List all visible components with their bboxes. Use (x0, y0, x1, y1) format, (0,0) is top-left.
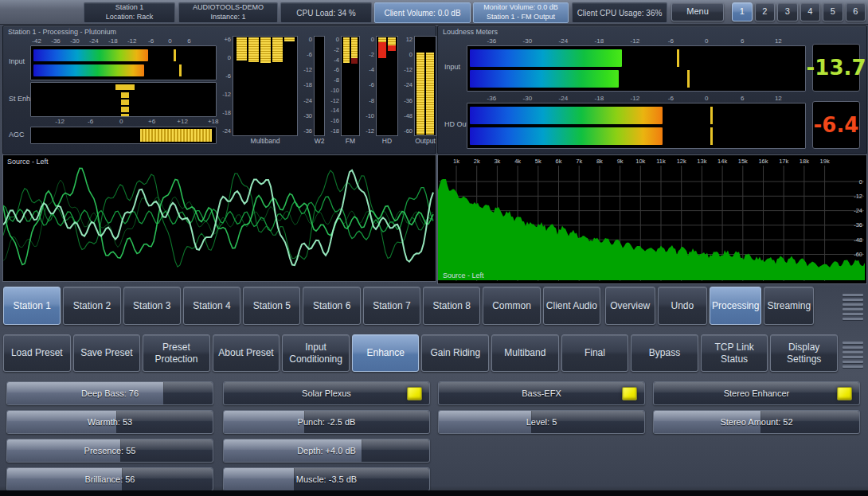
slider-depth[interactable]: Depth: +4.0 dB (223, 439, 430, 463)
tab-station-1[interactable]: Station 1 (3, 287, 61, 325)
fm-scale-tick: -2 (334, 46, 339, 53)
station-info-panel[interactable]: Station 1 Location: Rack (84, 2, 175, 23)
tab-save-preset[interactable]: Save Preset (73, 334, 141, 372)
hd-scale-tick: -6 (369, 81, 374, 88)
loudness-scale-tick: -6 (668, 37, 674, 45)
hd-meter-segment (388, 45, 396, 51)
oscilloscope-display (3, 155, 436, 282)
w2-scale-tick: -30 (303, 112, 312, 119)
toggle-solar-plexus[interactable]: Solar Plexus (223, 381, 430, 405)
tab-preset-protection[interactable]: Preset Protection (143, 334, 210, 372)
page-button-2[interactable]: 2 (755, 2, 776, 21)
bottom-strip (0, 490, 868, 496)
loudness-scale-tick: 6 (741, 37, 744, 45)
input-scale-tick: -12 (127, 37, 137, 45)
tab-gain-riding[interactable]: Gain Riding (421, 334, 489, 372)
input-peak-indicator (687, 70, 690, 88)
tab-station-4[interactable]: Station 4 (183, 287, 240, 325)
w2-meter-group: 0-6-12-18-24-30-36W2 (301, 36, 325, 147)
output-scale-tick: -60 (404, 127, 412, 135)
client-volume-button[interactable]: Client Volume: 0.0 dB (374, 2, 471, 23)
tab-display-settings[interactable]: Display Settings (770, 334, 838, 372)
multiband-bar (284, 37, 295, 41)
input-level-bar (33, 49, 148, 61)
tab-station-8[interactable]: Station 8 (423, 287, 480, 325)
svg-text:2k: 2k (474, 158, 480, 165)
page-button-6[interactable]: 6 (846, 2, 866, 21)
fm-scale-tick: -6 (334, 66, 339, 73)
tab-processing[interactable]: Processing (710, 287, 761, 325)
agc-meter (30, 127, 217, 144)
tab-multiband[interactable]: Multiband (491, 334, 559, 372)
tab-input-conditioning[interactable]: Input Conditioning (282, 334, 350, 372)
hd-scale-tick: -10 (366, 112, 374, 119)
page-button-3[interactable]: 3 (777, 2, 798, 21)
tab-bypass[interactable]: Bypass (631, 334, 698, 372)
tab-load-preset[interactable]: Load Preset (3, 334, 71, 372)
multiband-meter-group: +60-6-12-18-24Multiband (220, 36, 298, 147)
slider-brilliance[interactable]: Brilliance: 56 (6, 467, 213, 491)
tab-common[interactable]: Common (483, 287, 540, 325)
grip-line (843, 356, 863, 358)
slider-level[interactable]: Level: 5 (438, 410, 645, 434)
resize-grip[interactable] (843, 291, 863, 318)
tab-overview[interactable]: Overview (605, 287, 655, 325)
tab-station-3[interactable]: Station 3 (123, 287, 181, 325)
tab-station-6[interactable]: Station 6 (303, 287, 360, 325)
slider-muscle[interactable]: Muscle: -3.5 dB (223, 467, 430, 491)
multiband-bar (260, 37, 271, 63)
svg-text:3k: 3k (494, 158, 500, 165)
svg-text:14k: 14k (717, 158, 727, 165)
toggle-label: Stereo Enhancer (654, 382, 859, 404)
tab-enhance[interactable]: Enhance (352, 334, 420, 372)
svg-text:19k: 19k (820, 158, 830, 165)
processing-panel-title: Station 1 - Processing - Plutonium (8, 28, 116, 36)
fm-meter-label: FM (341, 137, 360, 145)
slider-deep-bass[interactable]: Deep Bass: 76 (6, 381, 213, 405)
toggle-bass-efx[interactable]: Bass-EFX (438, 381, 645, 405)
led-indicator (837, 387, 852, 400)
tab-tcp-link-status[interactable]: TCP Link Status (701, 334, 768, 372)
loudness-meter-rows: -36-30-24-18-12-60612Input-13.7-36-30-24… (443, 37, 862, 152)
svg-text:13k: 13k (697, 158, 706, 165)
svg-text:10k: 10k (635, 158, 645, 165)
slider-punch[interactable]: Punch: -2.5 dB (223, 410, 430, 434)
monitor-volume-button[interactable]: Monitor Volume: 0.0 dB Station 1 - FM Ou… (473, 2, 569, 23)
resize-grip[interactable] (843, 339, 863, 366)
page-button-4[interactable]: 4 (800, 2, 821, 21)
w2-scale-tick: -18 (303, 81, 312, 88)
menu-button[interactable]: Menu (671, 2, 724, 21)
w2-scale-tick: -24 (303, 97, 312, 104)
svg-text:0: 0 (859, 178, 862, 186)
output-meter-wrap: Output (414, 36, 436, 147)
loudness-scale-tick: -24 (559, 95, 569, 102)
fm-scale-tick: -14 (330, 107, 339, 114)
tab-about-preset[interactable]: About Preset (213, 334, 280, 372)
slider-stereo-amount[interactable]: Stereo Amount: 52 (653, 410, 860, 434)
hd-meter-group: 0-2-4-6-8-10-12HD (363, 36, 398, 147)
tab-final[interactable]: Final (561, 334, 629, 372)
tab-streaming[interactable]: Streaming (764, 287, 814, 325)
hd-scale-tick: -12 (366, 127, 374, 135)
tab-undo[interactable]: Undo (658, 287, 708, 325)
page-button-5[interactable]: 5 (823, 2, 843, 21)
svg-text:15k: 15k (738, 158, 748, 165)
slider-label: Presence: 55 (7, 439, 213, 462)
slider-presence[interactable]: Presence: 55 (6, 439, 213, 463)
multiband-meter (233, 36, 298, 136)
page-button-1[interactable]: 1 (732, 2, 753, 21)
tab-station-5[interactable]: Station 5 (243, 287, 300, 325)
app-instance: Instance: 1 (210, 13, 245, 22)
hd-out-meter-scale: -36-30-24-18-12-60612 (467, 95, 804, 102)
input-scale-tick: 6 (187, 37, 190, 45)
toggle-stereo-enhancer[interactable]: Stereo Enhancer (653, 381, 860, 405)
tab-client-audio[interactable]: Client Audio (543, 287, 600, 325)
loudness-scale-tick: -36 (487, 37, 497, 45)
loudness-panel: Loudness Meters -36-30-24-18-12-60612Inp… (437, 25, 867, 154)
slider-warmth[interactable]: Warmth: 53 (6, 410, 213, 434)
app-instance-panel[interactable]: AUDIOTOOLS-DEMO Instance: 1 (178, 2, 278, 23)
input-peak-indicator (174, 49, 176, 61)
tab-station-7[interactable]: Station 7 (363, 287, 420, 325)
tab-station-2[interactable]: Station 2 (63, 287, 120, 325)
input-loudness-row: -36-30-24-18-12-60612Input-13.7 (443, 37, 862, 93)
